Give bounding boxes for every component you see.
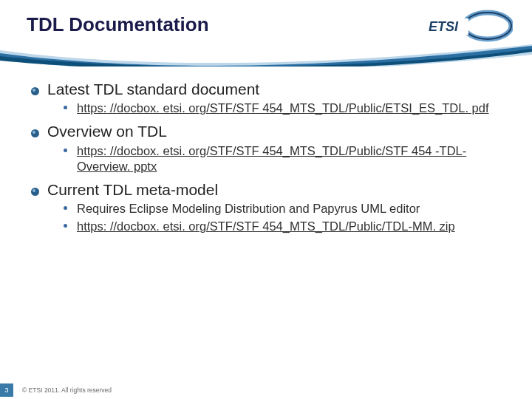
sub-list: Requires Eclipse Modeling Distribution a… — [64, 201, 508, 234]
svg-point-1 — [464, 13, 511, 39]
svg-point-3 — [31, 87, 39, 95]
svg-point-6 — [33, 131, 35, 134]
dot-bullet-icon — [64, 106, 67, 109]
sphere-bullet-icon — [31, 127, 39, 135]
link-text[interactable]: https: //docbox. etsi. org/STF/STF 454_M… — [77, 100, 508, 116]
slide-number: 3 — [0, 383, 13, 397]
list-item: https: //docbox. etsi. org/STF/STF 454_M… — [64, 143, 508, 174]
slide-title: TDL Documentation — [27, 13, 209, 36]
list-item: https: //docbox. etsi. org/STF/STF 454_M… — [64, 219, 508, 234]
sphere-bullet-icon — [31, 185, 39, 194]
sub-list: https: //docbox. etsi. org/STF/STF 454_M… — [64, 143, 508, 174]
list-item: https: //docbox. etsi. org/STF/STF 454_M… — [64, 100, 508, 116]
logo-text: ETSI — [429, 19, 459, 34]
dot-bullet-icon — [64, 224, 67, 228]
footer: 3 © ETSI 2011. All rights reserved — [0, 380, 532, 399]
slide: TDL Documentation ETSI — [0, 0, 532, 399]
list-item: Requires Eclipse Modeling Distribution a… — [64, 201, 508, 216]
sphere-bullet-icon — [31, 85, 39, 93]
link-text[interactable]: https: //docbox. etsi. org/STF/STF 454_M… — [77, 143, 508, 174]
section-item: Latest TDL standard document https: //do… — [31, 80, 508, 116]
link-text[interactable]: https: //docbox. etsi. org/STF/STF 454_M… — [77, 219, 508, 234]
section-item: Overview on TDL https: //docbox. etsi. o… — [31, 122, 508, 174]
svg-point-7 — [31, 188, 39, 196]
header: TDL Documentation ETSI — [0, 0, 532, 64]
etsi-logo: ETSI — [424, 9, 513, 43]
copyright-text: © ETSI 2011. All rights reserved — [22, 386, 112, 394]
sub-list: https: //docbox. etsi. org/STF/STF 454_M… — [64, 100, 508, 116]
dot-bullet-icon — [64, 206, 67, 210]
svg-point-5 — [31, 129, 39, 137]
section-item: Current TDL meta-model Requires Eclipse … — [31, 180, 508, 234]
section-heading: Latest TDL standard document — [47, 80, 508, 99]
svg-point-8 — [33, 189, 35, 192]
svg-point-4 — [33, 89, 35, 92]
section-heading: Current TDL meta-model — [47, 180, 508, 200]
item-text: Requires Eclipse Modeling Distribution a… — [77, 201, 508, 216]
section-heading: Overview on TDL — [47, 122, 508, 141]
content-body: Latest TDL standard document https: //do… — [31, 80, 508, 240]
header-swoosh — [0, 43, 532, 66]
dot-bullet-icon — [64, 149, 67, 152]
bullet-list: Latest TDL standard document https: //do… — [31, 80, 508, 234]
